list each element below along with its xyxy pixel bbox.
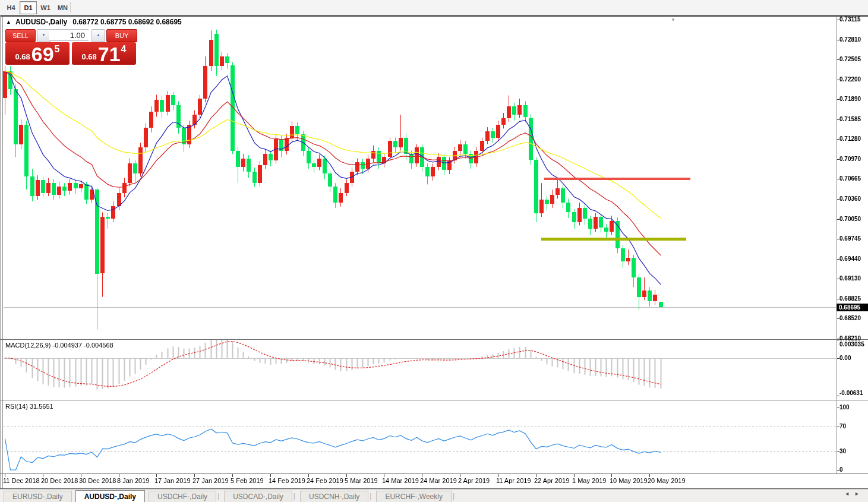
chart-tab-bar: EURUSD-,Daily AUDUSD-,Daily USDCHF-,Dail… (0, 489, 868, 502)
date-axis-label: 20 May 2019 (648, 477, 686, 484)
tab-audusd-daily[interactable]: AUDUSD-,Daily (75, 490, 145, 502)
price-axis-label: 0.72505 (839, 56, 861, 62)
date-axis-label: 17 Jan 2019 (154, 477, 191, 484)
price-axis-label: 0.69745 (839, 235, 861, 242)
timeframe-button-mn[interactable]: MN (54, 1, 71, 14)
volume-input[interactable] (49, 29, 89, 41)
price-axis-divider (837, 17, 837, 474)
price-axis-label: 0.70050 (839, 216, 861, 222)
chart-canvas[interactable] (0, 0, 868, 502)
autoscroll-marker-icon[interactable]: ▼ (671, 17, 676, 23)
price-axis-label: 0.70970 (839, 156, 861, 162)
buy-button[interactable]: BUY (106, 29, 137, 42)
chart-window-top-border (0, 15, 868, 17)
rsi-axis-label: 70 (839, 423, 846, 430)
date-axis-label: 10 May 2019 (610, 477, 648, 484)
price-axis-label: 0.70360 (839, 195, 861, 202)
price-axis-label: 0.68520 (839, 315, 861, 321)
volume-spin-down-icon[interactable]: ▼ (37, 29, 50, 42)
pane-splitter-main-macd[interactable] (0, 339, 868, 340)
tab-usdcnh-daily[interactable]: USDCNH-,Daily (300, 491, 368, 502)
date-axis-label: 30 Dec 2018 (79, 477, 116, 484)
one-click-trading-widget: SELL ▼ ▲ BUY 0.68 69 5 0.68 71 4 (5, 29, 136, 65)
tab-separator: | (293, 492, 295, 500)
buy-price-bigfigure: 0.68 (81, 52, 96, 61)
tab-scroll-left-icon[interactable]: ◄ (844, 491, 854, 497)
chart-window-left-border (0, 15, 1, 488)
tab-separator: | (217, 492, 219, 500)
date-axis-label: 2 Apr 2019 (458, 477, 490, 484)
date-axis-label: 22 Apr 2019 (534, 477, 569, 484)
price-axis-label: 0.68825 (839, 295, 861, 302)
date-axis-label: 14 Mar 2019 (382, 477, 419, 484)
pane-splitter-macd-rsi[interactable] (0, 400, 868, 400)
pane-splitter-rsi-dates (0, 473, 868, 474)
date-axis-label: 5 Mar 2019 (345, 477, 378, 484)
tab-separator: | (453, 492, 454, 500)
date-axis-label: 8 Jan 2019 (117, 477, 149, 484)
sell-price-point: 5 (55, 44, 60, 55)
timeframe-button-w1[interactable]: W1 (37, 1, 54, 14)
buy-price-panel[interactable]: 0.68 71 4 (72, 42, 136, 65)
date-axis-label: 24 Mar 2019 (420, 477, 457, 484)
macd-axis-label: 0.00 (839, 355, 851, 361)
tab-eurchf-weekly[interactable]: EURCHF-,Weekly (376, 491, 451, 502)
chart-pane-left-border (2, 17, 3, 488)
date-axis-label: 14 Feb 2019 (269, 477, 305, 484)
one-click-trading-toggle-icon[interactable]: ▲ (6, 19, 11, 25)
toolbar-separator (70, 2, 71, 12)
sell-button[interactable]: SELL (5, 29, 36, 42)
date-axis-label: 11 Dec 2018 (3, 477, 40, 484)
sell-price-pips: 69 (31, 45, 54, 63)
price-axis-label: 0.73115 (839, 16, 861, 23)
timeframe-button-d1[interactable]: D1 (20, 1, 37, 14)
date-axis-label: 24 Feb 2019 (307, 477, 343, 484)
price-axis-label: 0.69130 (839, 275, 861, 282)
tab-scrollers: ◄► (844, 491, 864, 497)
macd-axis-label: 0.003035 (839, 341, 864, 348)
price-axis-label: 0.72200 (839, 76, 861, 83)
timeframe-button-h4[interactable]: H4 (2, 1, 20, 14)
volume-spin-up-icon[interactable]: ▲ (91, 29, 105, 42)
macd-axis-label: -0.00631 (839, 390, 863, 396)
price-axis-label: 0.70665 (839, 175, 861, 182)
price-axis-label: 0.71280 (839, 135, 861, 142)
date-axis-label: 5 Feb 2019 (231, 477, 264, 484)
tab-separator: | (370, 492, 371, 500)
price-axis-label: 0.71890 (839, 96, 861, 102)
sell-price-panel[interactable]: 0.68 69 5 (5, 42, 70, 65)
rsi-indicator-label: RSI(14) 31.5651 (5, 403, 53, 410)
current-price-tag: 0.68695 (837, 304, 868, 311)
price-axis-label: 0.72810 (839, 36, 861, 43)
chart-ohlc-title: ▲AUDUSD-,Daily0.68772 0.68775 0.68692 0.… (6, 18, 182, 26)
macd-indicator-label: MACD(12,26,9) -0.004937 -0.004568 (5, 342, 113, 349)
tab-scroll-right-icon[interactable]: ► (854, 491, 864, 497)
date-axis-label: 11 Apr 2019 (496, 477, 531, 484)
tab-usdchf-daily[interactable]: USDCHF-,Daily (149, 491, 216, 502)
tab-eurusd-daily[interactable]: EURUSD-,Daily (4, 491, 72, 502)
ohlc-values: 0.68772 0.68775 0.68692 0.68695 (72, 18, 182, 26)
rsi-axis-label: 30 (839, 448, 846, 454)
tab-usdcad-daily[interactable]: USDCAD-,Daily (224, 491, 292, 502)
chart-symbol-title: AUDUSD-,Daily (15, 18, 67, 26)
rsi-axis-label: 100 (839, 404, 850, 411)
buy-price-point: 4 (121, 44, 127, 55)
sell-price-bigfigure: 0.68 (15, 52, 30, 61)
buy-price-pips: 71 (98, 45, 121, 63)
date-axis-label: 27 Jan 2019 (192, 477, 229, 484)
date-axis-label: 1 May 2019 (572, 477, 606, 484)
date-axis-label: 20 Dec 2018 (41, 477, 78, 484)
rsi-axis-label: 0 (839, 466, 843, 473)
timeframe-toolbar: H4 D1 W1 MN (0, 0, 868, 15)
price-axis-label: 0.71585 (839, 116, 861, 122)
price-axis-label: 0.69440 (839, 255, 861, 262)
